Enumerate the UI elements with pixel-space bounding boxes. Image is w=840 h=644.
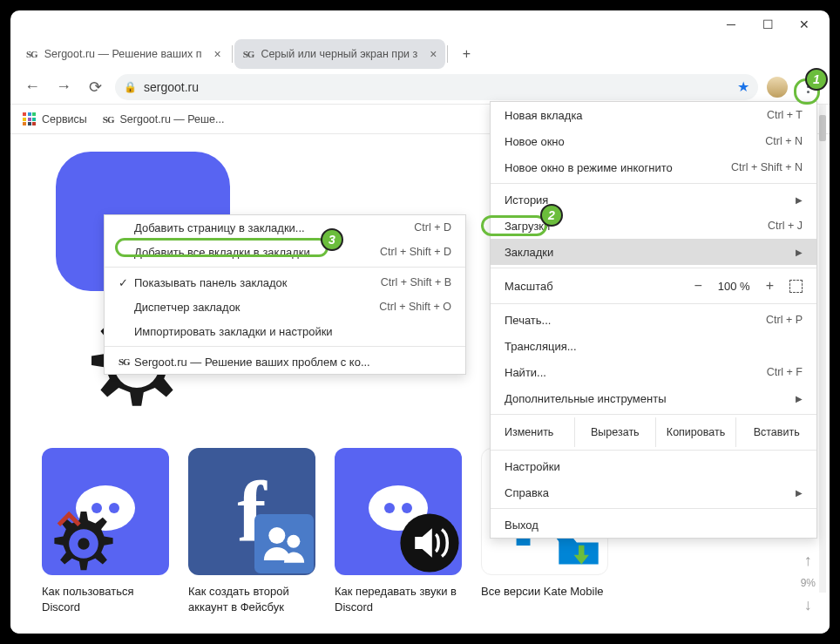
- sound-icon: [399, 512, 460, 573]
- new-tab-button[interactable]: +: [455, 43, 478, 65]
- menu-settings[interactable]: Настройки: [491, 453, 816, 479]
- scroll-up-icon[interactable]: ↑: [804, 552, 812, 570]
- svg-point-5: [287, 535, 300, 548]
- browser-main-menu: Новая вкладкаCtrl + T Новое окноCtrl + N…: [490, 101, 817, 539]
- zoom-out-button[interactable]: −: [694, 278, 701, 294]
- bookmarks-bar-label: Сервисы: [42, 113, 87, 125]
- tile-thumb: f: [188, 448, 315, 575]
- annotation-outline-3: [115, 238, 329, 257]
- tab-title: Серый или черный экран при з: [261, 48, 417, 60]
- zoom-label: Масштаб: [505, 280, 553, 293]
- menu-exit[interactable]: Выход: [491, 512, 816, 538]
- scroll-down-icon[interactable]: ↓: [804, 596, 812, 614]
- menu-print[interactable]: Печать...Ctrl + P: [491, 307, 816, 333]
- bookmark-label: Sergoot.ru — Реше...: [119, 113, 224, 125]
- menu-cast[interactable]: Трансляция...: [491, 333, 816, 359]
- back-button[interactable]: ←: [21, 76, 44, 98]
- edit-label: Изменить: [505, 426, 574, 438]
- titlebar: ─ ☐ ✕: [10, 10, 830, 38]
- forward-button[interactable]: →: [52, 76, 75, 98]
- gear-overlay-icon: [47, 507, 120, 575]
- cut-button[interactable]: Вырезать: [574, 417, 655, 447]
- favicon-icon: SG: [119, 356, 134, 367]
- paste-button[interactable]: Вставить: [735, 417, 816, 447]
- menu-find[interactable]: Найти...Ctrl + F: [491, 359, 816, 385]
- submenu-import[interactable]: Импортировать закладки и настройки: [105, 319, 465, 343]
- url-text: sergoot.ru: [144, 80, 199, 94]
- submenu-show-bar[interactable]: ✓Показывать панель закладокCtrl + Shift …: [105, 270, 465, 295]
- tab-1[interactable]: SG Sergoot.ru — Решение ваших п ×: [17, 39, 230, 69]
- tab-separator: [232, 45, 233, 63]
- annotation-1: 1: [805, 68, 828, 91]
- article-tile[interactable]: Как пользоваться Discord: [42, 448, 169, 614]
- chevron-right-icon: ▶: [796, 488, 803, 498]
- menu-new-tab[interactable]: Новая вкладкаCtrl + T: [491, 102, 816, 128]
- submenu-add-page[interactable]: Добавить страницу в закладки...Ctrl + D: [105, 215, 465, 240]
- tab-close-icon[interactable]: ×: [430, 47, 437, 61]
- chevron-right-icon: ▶: [796, 394, 803, 403]
- submenu-bookmark-manager[interactable]: Диспетчер закладокCtrl + Shift + O: [105, 295, 465, 319]
- favicon-icon: SG: [26, 49, 37, 59]
- tile-label: Как пользоваться Discord: [42, 584, 169, 614]
- browser-window: ─ ☐ ✕ SG Sergoot.ru — Решение ваших п × …: [10, 10, 830, 634]
- svg-point-7: [384, 503, 395, 513]
- annotation-outline-2: [481, 215, 547, 236]
- svg-point-4: [268, 527, 285, 544]
- fullscreen-button[interactable]: [789, 280, 803, 293]
- check-icon: ✓: [119, 276, 134, 289]
- menu-bookmarks[interactable]: Закладки▶: [491, 239, 816, 265]
- menu-edit-row: Изменить Вырезать Копировать Вставить: [491, 417, 816, 447]
- tab-separator: [447, 45, 448, 63]
- menu-new-window[interactable]: Новое окноCtrl + N: [491, 128, 816, 154]
- tab-2[interactable]: SG Серый или черный экран при з ×: [234, 39, 446, 69]
- article-tile[interactable]: Как передавать звуки в Discord: [335, 448, 462, 614]
- tile-label: Как передавать звуки в Discord: [335, 584, 462, 614]
- zoom-value: 100 %: [718, 280, 750, 293]
- annotation-2: 2: [540, 204, 563, 227]
- submenu-recent-bookmark[interactable]: SGSergoot.ru — Решение ваших проблем с к…: [105, 349, 465, 374]
- chevron-right-icon: ▶: [796, 247, 803, 257]
- nav-toolbar: ← → ⟳ 🔒 sergoot.ru ★: [10, 70, 830, 105]
- profile-avatar[interactable]: [767, 77, 788, 98]
- apps-shortcut[interactable]: Сервисы: [23, 112, 87, 125]
- scroll-percent: 9%: [801, 577, 816, 589]
- tile-label: Все версии Kate Mobile: [481, 584, 608, 600]
- copy-button[interactable]: Копировать: [655, 417, 736, 447]
- vertical-scrollbar[interactable]: [819, 105, 826, 593]
- tab-close-icon[interactable]: ×: [214, 47, 221, 61]
- tile-thumb: [335, 448, 462, 575]
- close-button[interactable]: ✕: [786, 11, 823, 37]
- zoom-in-button[interactable]: +: [766, 278, 774, 294]
- article-tile[interactable]: f Как создать второй аккаунт в Фейсбук: [188, 448, 315, 614]
- menu-zoom: Масштаб − 100 % +: [491, 271, 816, 301]
- svg-rect-3: [254, 514, 314, 573]
- favicon-icon: SG: [243, 49, 254, 59]
- address-bar[interactable]: 🔒 sergoot.ru ★: [115, 74, 758, 100]
- bookmark-item[interactable]: SG Sergoot.ru — Реше...: [103, 113, 225, 125]
- maximize-button[interactable]: ☐: [749, 11, 786, 37]
- minimize-button[interactable]: ─: [713, 11, 749, 37]
- people-icon: [254, 514, 314, 573]
- apps-grid-icon: [23, 112, 36, 125]
- menu-more-tools[interactable]: Дополнительные инструменты▶: [491, 385, 816, 411]
- menu-incognito[interactable]: Новое окно в режиме инкогнитоCtrl + Shif…: [491, 154, 816, 180]
- menu-history[interactable]: История▶: [491, 186, 816, 213]
- scrollbar-thumb[interactable]: [819, 115, 826, 141]
- annotation-3: 3: [321, 228, 343, 251]
- favicon-icon: SG: [103, 114, 114, 125]
- reload-button[interactable]: ⟳: [84, 76, 106, 98]
- chevron-right-icon: ▶: [796, 195, 803, 205]
- tab-strip: SG Sergoot.ru — Решение ваших п × SG Сер…: [10, 38, 830, 70]
- tab-title: Sergoot.ru — Решение ваших п: [44, 48, 202, 60]
- lock-icon: 🔒: [124, 81, 137, 93]
- tile-label: Как создать второй аккаунт в Фейсбук: [188, 584, 315, 614]
- bookmark-star-icon[interactable]: ★: [737, 78, 749, 95]
- tile-thumb: [42, 448, 169, 575]
- menu-help[interactable]: Справка▶: [491, 479, 816, 505]
- scroll-hints: ↑ 9% ↓: [801, 552, 816, 614]
